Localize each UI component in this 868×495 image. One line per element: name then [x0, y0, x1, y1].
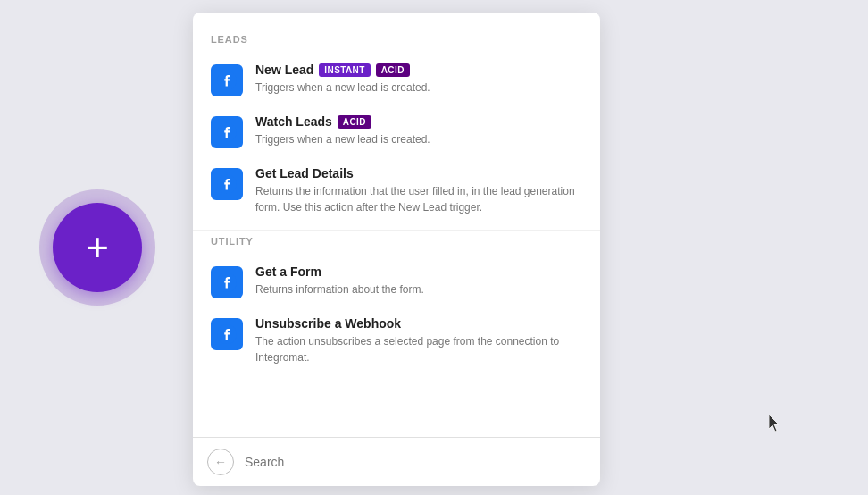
- item-desc: Triggers when a new lead is created.: [255, 131, 582, 147]
- facebook-icon: [211, 116, 243, 148]
- item-title: Watch Leads: [255, 114, 332, 129]
- back-button[interactable]: ←: [207, 449, 234, 475]
- item-title: Get Lead Details: [255, 166, 354, 180]
- item-desc: Returns information about the form.: [255, 281, 582, 298]
- item-text: Get a Form Returns information about the…: [255, 264, 582, 298]
- list-item[interactable]: Watch Leads ACID Triggers when a new lea…: [193, 105, 600, 157]
- item-title-row: Get a Form: [255, 264, 582, 279]
- item-desc: Returns the information that the user fi…: [255, 183, 582, 215]
- add-button-outer[interactable]: +: [39, 189, 155, 306]
- item-title: New Lead: [255, 63, 313, 77]
- divider: [193, 230, 600, 231]
- panel-content: LEADS New Lead INSTANT ACID Triggers whe…: [193, 13, 600, 437]
- item-text: Get Lead Details Returns the information…: [255, 166, 582, 215]
- item-title-row: Unsubscribe a Webhook: [255, 316, 582, 331]
- search-input[interactable]: [245, 455, 586, 469]
- item-title-row: New Lead INSTANT ACID: [255, 63, 582, 77]
- item-title: Unsubscribe a Webhook: [255, 316, 401, 331]
- add-button-inner[interactable]: +: [53, 203, 142, 292]
- item-text: Watch Leads ACID Triggers when a new lea…: [255, 114, 582, 147]
- mouse-cursor: [769, 415, 783, 434]
- list-item[interactable]: Unsubscribe a Webhook The action unsubsc…: [193, 307, 600, 374]
- canvas: + LEADS New Lead INSTANT ACID: [0, 0, 868, 495]
- search-bar: ←: [193, 437, 600, 486]
- list-item[interactable]: Get Lead Details Returns the information…: [193, 157, 600, 224]
- section-label-utility: UTILITY: [193, 236, 600, 256]
- item-text: New Lead INSTANT ACID Triggers when a ne…: [255, 63, 582, 96]
- item-title-row: Get Lead Details: [255, 166, 582, 180]
- plus-icon: +: [86, 228, 109, 267]
- badge-acid: ACID: [338, 115, 371, 129]
- badge-instant: INSTANT: [319, 63, 370, 77]
- item-desc: Triggers when a new lead is created.: [255, 80, 582, 96]
- facebook-icon: [211, 168, 243, 200]
- item-title: Get a Form: [255, 264, 321, 279]
- back-arrow-icon: ←: [214, 456, 227, 468]
- badge-acid: ACID: [376, 63, 410, 77]
- item-desc: The action unsubscribes a selected page …: [255, 333, 582, 365]
- item-title-row: Watch Leads ACID: [255, 114, 582, 129]
- section-label-leads: LEADS: [193, 34, 600, 54]
- facebook-icon: [211, 64, 243, 96]
- item-text: Unsubscribe a Webhook The action unsubsc…: [255, 316, 582, 365]
- list-item[interactable]: New Lead INSTANT ACID Triggers when a ne…: [193, 54, 600, 105]
- facebook-icon: [211, 266, 243, 298]
- facebook-icon: [211, 318, 243, 350]
- list-item[interactable]: Get a Form Returns information about the…: [193, 256, 600, 307]
- panel: LEADS New Lead INSTANT ACID Triggers whe…: [193, 13, 600, 486]
